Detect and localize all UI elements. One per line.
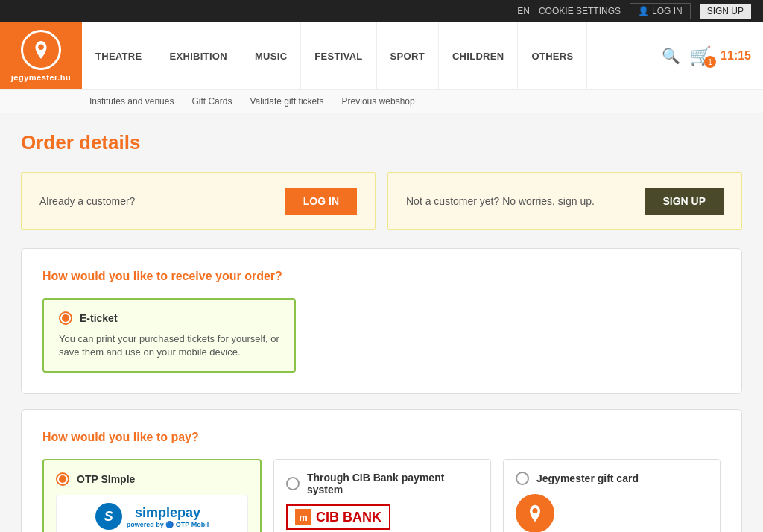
eticket-radio[interactable]: [59, 311, 72, 325]
gift-payment-card[interactable]: Jegymester gift card Ajándékkártya Payme…: [503, 459, 721, 532]
main-content: Order details Already a customer? LOG IN…: [9, 113, 754, 532]
gift-svg: [525, 503, 545, 524]
cib-text: CIB BANK: [316, 510, 382, 525]
eticket-desc: You can print your purchased tickets for…: [59, 332, 279, 359]
sign-up-top-button[interactable]: SIGN UP: [700, 4, 751, 19]
simplepay-logo: S simplepay powered by 🔵 OTP Mobil MC MA…: [56, 495, 248, 532]
cib-m-icon: m: [295, 509, 311, 525]
otp-payment-name: OTP SImple: [77, 473, 135, 485]
simplepay-text: simplepay powered by 🔵 OTP Mobil: [127, 505, 209, 528]
header-right: 🔍 🛒 1 11:15: [650, 45, 763, 66]
payment-options: OTP SImple S simplepay powered by 🔵 OTP …: [42, 459, 721, 532]
gift-payment-name: Jegymester gift card: [536, 472, 639, 484]
search-button[interactable]: 🔍: [662, 47, 680, 65]
nav-music[interactable]: MUSIC: [241, 22, 301, 89]
sign-up-button[interactable]: SIGN UP: [645, 188, 724, 215]
cib-payment-header: Through CIB Bank payment system: [286, 472, 478, 495]
logo-svg: [30, 39, 52, 61]
page-title: Order details: [21, 131, 742, 154]
cib-radio[interactable]: [286, 477, 300, 490]
nav-theatre[interactable]: THEATRE: [82, 22, 156, 89]
sub-nav-gift-cards[interactable]: Gift Cards: [191, 96, 232, 107]
logo-text: jegymester.hu: [11, 73, 71, 82]
radio-dot: [59, 475, 66, 483]
header-main: jegymester.hu THEATRE EXHIBITION MUSIC F…: [0, 22, 763, 89]
gift-logo-area: Ajándékkártya: [516, 494, 708, 532]
logo-icon: [21, 30, 61, 70]
site-header: jegymester.hu THEATRE EXHIBITION MUSIC F…: [0, 22, 763, 113]
sub-nav-institutes[interactable]: Institutes and venues: [89, 96, 174, 107]
log-in-top-button[interactable]: 👤 LOG IN: [630, 3, 691, 19]
main-nav: THEATRE EXHIBITION MUSIC FESTIVAL SPORT …: [82, 22, 650, 89]
gift-circle-icon: [516, 494, 554, 532]
new-customer-text: Not a customer yet? No worries, sign up.: [406, 195, 595, 207]
cart-button[interactable]: 🛒 1: [689, 45, 712, 66]
simplepay-brand: S simplepay powered by 🔵 OTP Mobil: [67, 503, 237, 530]
payment-question: How would you like to pay?: [42, 431, 721, 444]
lang-selector[interactable]: EN: [517, 6, 530, 16]
logo[interactable]: jegymester.hu: [0, 22, 82, 89]
payment-section: How would you like to pay? OTP SImple S …: [21, 409, 742, 532]
delivery-question: How would you like to receive your order…: [42, 270, 721, 283]
simplepay-sub: powered by 🔵 OTP Mobil: [127, 521, 209, 528]
nav-children[interactable]: CHILDREN: [439, 22, 519, 89]
existing-customer-box: Already a customer? LOG IN: [21, 172, 376, 230]
eticket-option[interactable]: E-ticket You can print your purchased ti…: [42, 298, 296, 373]
cib-brand: m CIB BANK: [286, 504, 390, 530]
new-customer-box: Not a customer yet? No worries, sign up.…: [387, 172, 742, 230]
user-icon: 👤: [638, 6, 649, 16]
cib-payment-card[interactable]: Through CIB Bank payment system m CIB BA…: [273, 459, 491, 532]
time-display: 11:15: [721, 49, 751, 63]
svg-point-1: [533, 508, 538, 513]
nav-exhibition[interactable]: EXHIBITION: [156, 22, 241, 89]
gift-payment-header: Jegymester gift card: [516, 472, 708, 485]
cib-logo-area: m CIB BANK: [286, 504, 478, 530]
cookie-settings-link[interactable]: COOKIE SETTINGS: [539, 6, 621, 16]
otp-radio[interactable]: [56, 472, 69, 486]
eticket-header: E-ticket: [59, 311, 279, 325]
eticket-label: E-ticket: [80, 312, 118, 324]
sub-nav: Institutes and venues Gift Cards Validat…: [0, 89, 763, 113]
sub-nav-previous[interactable]: Previous webshop: [342, 96, 415, 107]
gift-radio[interactable]: [516, 472, 529, 485]
cib-payment-name: Through CIB Bank payment system: [307, 472, 478, 495]
sub-nav-validate[interactable]: Validate gift tickets: [250, 96, 323, 107]
existing-customer-text: Already a customer?: [39, 195, 135, 207]
top-bar: EN COOKIE SETTINGS 👤 LOG IN SIGN UP: [0, 0, 763, 22]
delivery-section: How would you like to receive your order…: [21, 248, 742, 394]
cart-badge: 1: [704, 56, 716, 68]
nav-sport[interactable]: SPORT: [377, 22, 439, 89]
otp-payment-header: OTP SImple: [56, 472, 248, 486]
radio-dot: [62, 314, 69, 322]
customer-boxes: Already a customer? LOG IN Not a custome…: [21, 172, 742, 230]
otp-payment-card[interactable]: OTP SImple S simplepay powered by 🔵 OTP …: [42, 459, 262, 532]
log-in-button[interactable]: LOG IN: [285, 188, 357, 215]
svg-point-0: [38, 45, 44, 51]
nav-festival[interactable]: FESTIVAL: [301, 22, 376, 89]
simplepay-circle-icon: S: [95, 503, 122, 530]
nav-others[interactable]: OTHERS: [518, 22, 587, 89]
